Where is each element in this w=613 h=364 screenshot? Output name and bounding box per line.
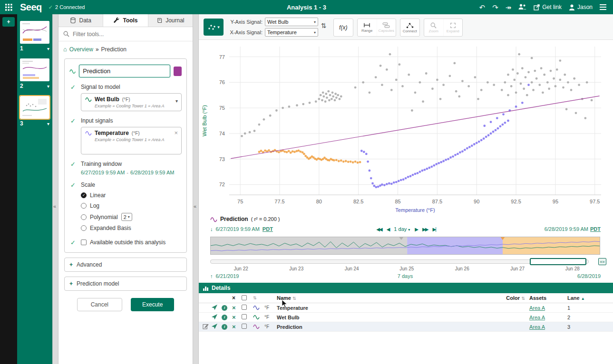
timezone-link[interactable]: PDT xyxy=(590,226,601,232)
display-range-start-link[interactable]: 6/27/2019 9:59 AM xyxy=(216,226,260,232)
zoom-button[interactable]: Zoom xyxy=(424,19,443,36)
tab-journal[interactable]: Journal xyxy=(148,14,193,27)
item-name[interactable]: Wet Bulb xyxy=(277,315,502,320)
slider-track[interactable] xyxy=(210,259,589,264)
investigate-duration-link[interactable]: 7 days xyxy=(398,273,413,279)
y-axis-signal-select[interactable]: Wet Bulb ▾ xyxy=(265,18,318,26)
input-signals-list[interactable]: Temperature (°F) Example » Cooling Tower… xyxy=(81,127,182,154)
expand-button[interactable]: Expand xyxy=(443,19,462,36)
chevron-down-icon[interactable]: ▾ xyxy=(47,46,49,51)
step-forward-icon[interactable]: ▶ xyxy=(415,227,418,232)
jump-to-icon[interactable] xyxy=(211,314,222,321)
scatter-plot[interactable]: 7577.58082.58587.59092.59597.57273747576… xyxy=(199,40,613,214)
jump-to-icon[interactable] xyxy=(211,304,222,311)
reset-range-icon[interactable]: «» xyxy=(598,258,606,265)
item-name[interactable]: Prediction xyxy=(277,324,502,330)
execute-button[interactable]: Execute xyxy=(131,298,174,311)
signal-to-model-select[interactable]: Wet Bulb (°F) Example » Cooling Tower 1 … xyxy=(81,93,182,111)
edit-icon[interactable] xyxy=(203,323,211,330)
jump-to-icon[interactable] xyxy=(211,323,222,330)
lane-column-header[interactable]: Lane ▲ xyxy=(564,295,585,301)
connect-button[interactable]: Connect xyxy=(400,19,419,36)
training-start-link[interactable]: 6/27/2019 9:59 AM xyxy=(81,170,125,175)
radio-selected-icon[interactable] xyxy=(81,192,87,198)
new-worksheet-button[interactable]: + xyxy=(2,17,15,27)
available-outside-option[interactable]: Available outside this analysis xyxy=(81,239,182,246)
user-menu[interactable]: Jason xyxy=(569,4,593,10)
scale-option-linear[interactable]: Linear xyxy=(81,192,182,199)
assets-column-header[interactable]: Assets xyxy=(529,295,564,301)
select-all-checkbox[interactable] xyxy=(242,295,247,300)
remove-all-icon[interactable]: × xyxy=(232,295,242,301)
training-end-link[interactable]: 6/28/2019 9:59 AM xyxy=(130,170,174,175)
radio-icon[interactable] xyxy=(81,225,87,231)
chevron-down-icon[interactable]: ▾ xyxy=(47,84,49,89)
main-resize-gutter[interactable]: « xyxy=(193,14,199,364)
redo-icon[interactable]: ↷ xyxy=(492,4,498,11)
step-back-fast-icon[interactable]: ◀◀ xyxy=(376,227,381,232)
hamburger-menu-icon[interactable] xyxy=(600,3,606,11)
remove-item-icon[interactable]: × xyxy=(232,324,242,330)
name-column-header[interactable]: Name ⇅ xyxy=(277,295,502,301)
tab-data[interactable]: Data xyxy=(58,14,103,27)
polynomial-degree-select[interactable]: 2▾ xyxy=(121,213,132,221)
radio-icon[interactable] xyxy=(81,203,87,209)
color-picker-swatch[interactable] xyxy=(174,67,182,76)
info-icon[interactable]: i xyxy=(222,315,227,320)
scale-option-polynomial[interactable]: Polynomial 2▾ xyxy=(81,213,182,221)
scale-option-log[interactable]: Log xyxy=(81,202,182,209)
table-row-wet-bulb[interactable]: i × °F Wet Bulb Area A 2 xyxy=(199,313,613,322)
breadcrumb-overview-link[interactable]: Overview xyxy=(69,46,93,53)
capsules-button[interactable]: Capsules xyxy=(377,19,396,36)
prediction-model-expander[interactable]: + Prediction model xyxy=(64,277,187,291)
table-row-temperature[interactable]: i × °F Temperature Area A 1 xyxy=(199,303,613,313)
advanced-expander[interactable]: + Advanced xyxy=(64,258,187,272)
info-icon[interactable]: i xyxy=(222,305,227,311)
row-checkbox[interactable] xyxy=(242,305,247,310)
step-to-end-icon[interactable]: ▶| xyxy=(432,227,435,232)
apps-grid-icon[interactable] xyxy=(0,0,17,14)
shift-range-down-icon[interactable]: ↓ xyxy=(210,226,213,232)
fx-button[interactable]: f(x) xyxy=(334,19,353,36)
undo-icon[interactable]: ↶ xyxy=(479,4,486,11)
chevron-down-icon[interactable]: ▾ xyxy=(47,121,49,126)
worksheet-thumbnail-1[interactable] xyxy=(20,21,49,44)
cancel-button[interactable]: Cancel xyxy=(77,298,122,311)
sort-icon[interactable]: ⇅ xyxy=(253,296,264,300)
scale-option-expanded-basis[interactable]: Expanded Basis xyxy=(81,225,182,231)
display-range-end-link[interactable]: 6/28/2019 9:59 AM xyxy=(545,226,588,232)
asset-link[interactable]: Area A xyxy=(529,324,564,330)
users-icon[interactable] xyxy=(518,4,526,11)
row-checkbox[interactable] xyxy=(242,314,247,319)
table-row-prediction[interactable]: i × °F Prediction Area A 3 xyxy=(199,322,613,332)
view-selector-button[interactable]: ▾ xyxy=(204,19,224,36)
prediction-name-input[interactable] xyxy=(79,65,170,77)
home-icon[interactable]: ⌂ xyxy=(63,46,67,53)
x-axis-signal-select[interactable]: Temperature ▾ xyxy=(265,28,318,37)
slider-selection-window[interactable] xyxy=(530,258,586,265)
collapse-left-icon[interactable]: « xyxy=(53,203,56,209)
remove-item-icon[interactable]: × xyxy=(232,314,242,320)
filter-tools-input[interactable] xyxy=(73,31,188,38)
get-link-button[interactable]: Get link xyxy=(534,4,562,10)
swap-axes-icon[interactable]: ⇅ xyxy=(321,22,327,29)
investigate-start-link[interactable]: 6/21/2019 xyxy=(216,273,239,279)
remove-input-signal-icon[interactable]: × xyxy=(174,129,178,136)
worksheet-thumbnail-3-active[interactable] xyxy=(20,96,49,119)
duration-select[interactable]: 1 day ▾ xyxy=(394,226,410,232)
info-icon[interactable]: i xyxy=(222,324,227,330)
remove-item-icon[interactable]: × xyxy=(232,305,242,311)
range-button[interactable]: Range xyxy=(358,19,377,36)
seeq-logo[interactable]: Seeq xyxy=(20,2,42,13)
panel-resize-gutter[interactable]: « xyxy=(52,14,58,364)
row-checkbox[interactable] xyxy=(242,324,247,329)
investigate-end-link[interactable]: 6/28/2019 xyxy=(577,273,601,279)
collapse-tools-icon[interactable]: « xyxy=(194,203,196,209)
tab-tools[interactable]: Tools xyxy=(103,14,148,27)
connection-status[interactable]: ✓ 2 Connected xyxy=(49,4,85,10)
overview-strip-chart[interactable] xyxy=(210,237,600,255)
shift-range-up-icon[interactable]: ↑ xyxy=(210,273,213,279)
asset-link[interactable]: Area A xyxy=(529,315,564,320)
item-name[interactable]: Temperature xyxy=(277,305,502,311)
radio-icon[interactable] xyxy=(81,214,87,220)
